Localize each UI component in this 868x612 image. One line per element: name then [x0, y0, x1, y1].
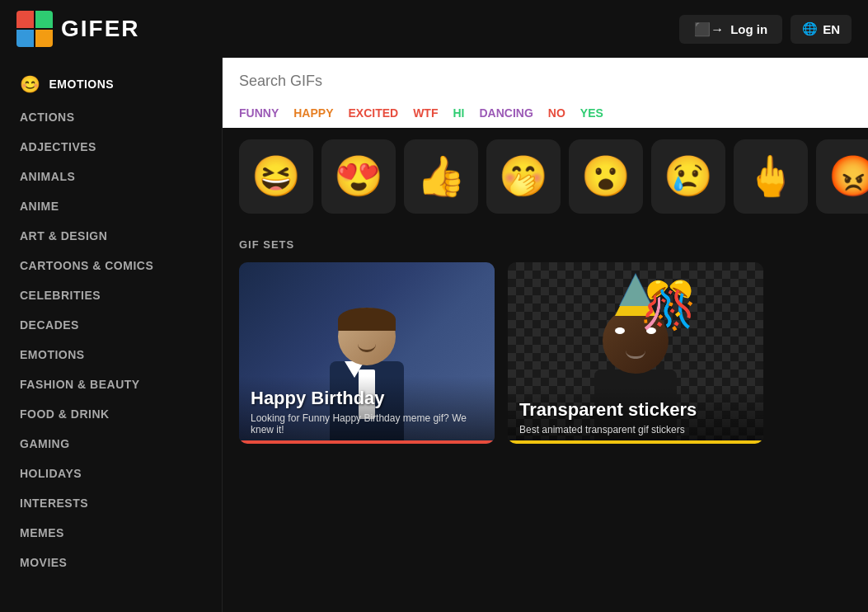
gif-card-2-bar [508, 440, 763, 444]
sidebar-fashion-label: FASHION & BEAUTY [20, 378, 140, 391]
sidebar-item-actions[interactable]: ACTIONS [0, 102, 222, 132]
sidebar-item-fashion-beauty[interactable]: FASHION & BEAUTY [0, 370, 222, 399]
emoji-grid: 😆 😍 👍 🤭 😮 😢 🖕 😡 [223, 128, 868, 225]
gif-sets-title: GIF SETS [239, 238, 852, 251]
sidebar-actions-label: ACTIONS [20, 111, 75, 124]
login-button[interactable]: ⬛→ Log in [679, 15, 782, 44]
sidebar-item-memes[interactable]: MEMES [0, 518, 222, 548]
emoji-card-heart-eyes[interactable]: 😍 [321, 139, 396, 214]
gif-card-2-desc: Best animated transparent gif stickers [519, 424, 752, 435]
tag-hi[interactable]: HI [453, 106, 464, 120]
gif-card-1-bar [239, 440, 495, 444]
content-area: FUNNY HAPPY EXCITED WTF HI DANCING NO YE… [223, 58, 868, 612]
search-bar [223, 58, 868, 98]
gif-card-2-title: Transparent stickers [519, 399, 752, 421]
emoji-card-surprised[interactable]: 😮 [569, 139, 643, 214]
login-icon: ⬛→ [694, 21, 724, 37]
logo-q2 [35, 11, 53, 28]
logo-q1 [16, 11, 34, 28]
gif-card-2-overlay: Transparent stickers Best animated trans… [508, 388, 763, 444]
sidebar-emotions-label: EMOTIONS [49, 78, 115, 91]
sidebar-cartoons-label: CARTOONS & COMICS [20, 259, 153, 272]
sidebar-item-celebrities[interactable]: CELEBRITIES [0, 280, 222, 310]
sidebar-item-anime[interactable]: ANIME [0, 191, 222, 221]
gif-card-1-desc: Looking for Funny Happy Birthday meme gi… [251, 412, 483, 435]
sidebar-item-emotions2[interactable]: EMOTIONS [0, 340, 222, 370]
sidebar-item-holidays[interactable]: HOLIDAYS [0, 459, 222, 488]
sidebar-interests-label: INTERESTS [20, 497, 88, 510]
logo-q3 [16, 30, 34, 47]
sidebar-item-adjectives[interactable]: ADJECTIVES [0, 132, 222, 162]
language-button[interactable]: 🌐 EN [791, 15, 852, 44]
logo-area: GIFER [16, 11, 140, 47]
sidebar-item-art-design[interactable]: ART & DESIGN [0, 221, 222, 251]
tag-yes[interactable]: YES [580, 106, 603, 120]
gif-cards-row: Happy Birthday Looking for Funny Happy B… [239, 262, 852, 444]
emoji-card-middle-finger[interactable]: 🖕 [734, 139, 808, 214]
emoji-card-laughing[interactable]: 😆 [239, 139, 313, 214]
sidebar-decades-label: DECADES [20, 318, 79, 332]
sidebar-gaming-label: GAMING [20, 437, 70, 450]
logo-q4 [35, 30, 53, 47]
emoji-card-thumbs-up[interactable]: 👍 [404, 139, 478, 214]
sidebar-item-movies[interactable]: MOVIES [0, 548, 222, 577]
emotions-emoji-icon: 😊 [20, 74, 41, 94]
sidebar-memes-label: MEMES [20, 526, 64, 539]
tag-excited[interactable]: EXCITED [348, 106, 398, 120]
tags-row: FUNNY HAPPY EXCITED WTF HI DANCING NO YE… [223, 98, 868, 128]
sidebar-item-emotions[interactable]: 😊 EMOTIONS [0, 66, 222, 102]
sidebar-holidays-label: HOLIDAYS [20, 467, 82, 480]
sidebar-emotions2-label: EMOTIONS [20, 348, 85, 361]
globe-icon: 🌐 [802, 21, 818, 36]
tag-funny[interactable]: FUNNY [239, 106, 279, 120]
sidebar-item-decades[interactable]: DECADES [0, 310, 222, 340]
sidebar-item-interests[interactable]: INTERESTS [0, 488, 222, 518]
sidebar-item-cartoons-comics[interactable]: CARTOONS & COMICS [0, 251, 222, 280]
gif-card-happy-birthday[interactable]: Happy Birthday Looking for Funny Happy B… [239, 262, 495, 444]
header: GIFER ⬛→ Log in 🌐 EN [0, 0, 868, 58]
gif-card-1-overlay: Happy Birthday Looking for Funny Happy B… [239, 376, 495, 444]
main-layout: 😊 EMOTIONS ACTIONS ADJECTIVES ANIMALS AN… [0, 58, 868, 612]
sidebar-anime-label: ANIME [20, 200, 59, 213]
logo-text: GIFER [61, 16, 140, 42]
sidebar-movies-label: MOVIES [20, 556, 67, 569]
sidebar-adjectives-label: ADJECTIVES [20, 140, 96, 153]
gif-card-1-title: Happy Birthday [251, 388, 483, 409]
header-buttons: ⬛→ Log in 🌐 EN [679, 15, 852, 44]
sidebar-item-food-drink[interactable]: FOOD & DRINK [0, 399, 222, 429]
emoji-card-crying[interactable]: 😢 [651, 139, 725, 214]
search-input[interactable] [239, 73, 852, 90]
tag-wtf[interactable]: WTF [413, 106, 438, 120]
lang-label: EN [823, 22, 840, 36]
sidebar-item-animals[interactable]: ANIMALS [0, 162, 222, 191]
tag-dancing[interactable]: DANCING [479, 106, 533, 120]
emoji-card-face-hand[interactable]: 🤭 [486, 139, 561, 214]
sidebar-celebrities-label: CELEBRITIES [20, 289, 101, 302]
sidebar: 😊 EMOTIONS ACTIONS ADJECTIVES ANIMALS AN… [0, 58, 223, 612]
tag-happy[interactable]: HAPPY [293, 106, 333, 120]
emoji-card-angry[interactable]: 😡 [816, 139, 868, 214]
logo-icon [16, 11, 53, 47]
gif-card-transparent-stickers[interactable]: 🎊 [508, 262, 763, 444]
sidebar-art-design-label: ART & DESIGN [20, 229, 107, 242]
sidebar-food-label: FOOD & DRINK [20, 407, 110, 421]
login-label: Log in [730, 22, 767, 36]
gif-sets-section: GIF SETS [223, 225, 868, 612]
sidebar-item-gaming[interactable]: GAMING [0, 429, 222, 459]
tag-no[interactable]: NO [548, 106, 565, 120]
sidebar-animals-label: ANIMALS [20, 170, 75, 183]
